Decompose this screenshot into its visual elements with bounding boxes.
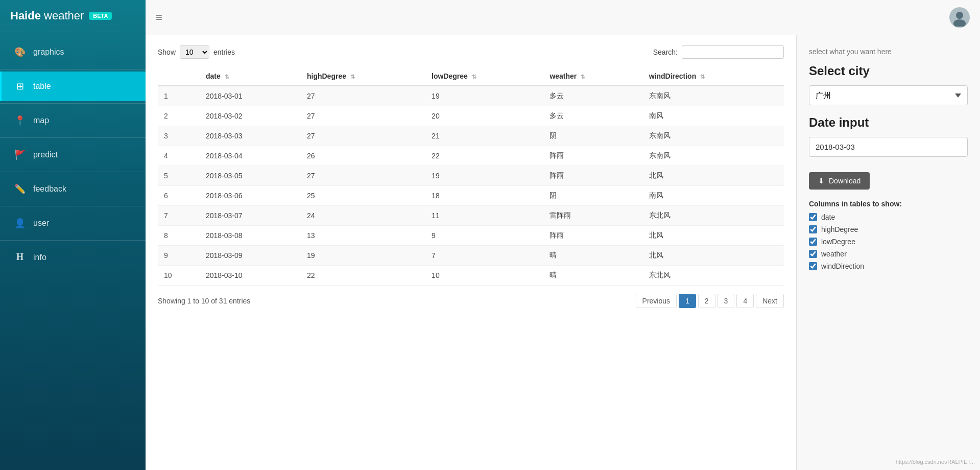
sidebar-item-map[interactable]: 📍 map — [0, 106, 146, 135]
info-icon: H — [14, 252, 26, 263]
date-input-section: Date input — [809, 115, 968, 164]
table-row: 3 2018-03-03 27 21 阴 东南风 — [158, 126, 784, 146]
col-header-windDirection[interactable]: windDirection ⇅ — [643, 67, 784, 86]
row-weather: 阵雨 — [543, 226, 642, 246]
app-title: Haide weather — [10, 9, 84, 22]
row-weather: 晴 — [543, 246, 642, 266]
row-highDegree: 27 — [301, 106, 425, 126]
row-lowDegree: 18 — [425, 186, 543, 206]
sidebar-item-user[interactable]: 👤 user — [0, 208, 146, 238]
row-date: 2018-03-06 — [200, 186, 301, 206]
sort-icon-highDegree: ⇅ — [350, 74, 355, 80]
user-avatar[interactable] — [949, 7, 970, 28]
table-row: 7 2018-03-07 24 11 雷阵雨 东北风 — [158, 206, 784, 226]
checkbox-highDegree-label: highDegree — [821, 225, 858, 233]
entries-label: entries — [213, 48, 235, 56]
prev-button[interactable]: Previous — [636, 294, 677, 308]
table-row: 9 2018-03-09 19 7 晴 北风 — [158, 246, 784, 266]
topbar: ≡ — [146, 0, 980, 35]
row-windDirection: 北风 — [643, 226, 784, 246]
city-select[interactable]: 广州 北京 上海 深圳 — [809, 85, 968, 105]
hamburger-icon[interactable]: ≡ — [156, 11, 162, 24]
sidebar-nav: 🎨 graphics ⊞ table 📍 map 🚩 predict ✏️ fe… — [0, 32, 146, 470]
row-highDegree: 27 — [301, 166, 425, 186]
entries-select[interactable]: 10 25 50 100 — [180, 45, 209, 59]
col-header-lowDegree[interactable]: lowDegree ⇅ — [425, 67, 543, 86]
col-header-date[interactable]: date ⇅ — [200, 67, 301, 86]
row-windDirection: 南风 — [643, 186, 784, 206]
row-num: 3 — [158, 126, 200, 146]
table-row: 6 2018-03-06 25 18 阴 南风 — [158, 186, 784, 206]
checkbox-lowDegree-label: lowDegree — [821, 238, 855, 246]
checkbox-lowDegree-input[interactable] — [809, 238, 817, 246]
row-highDegree: 13 — [301, 226, 425, 246]
search-label: Search: — [653, 48, 678, 56]
row-highDegree: 27 — [301, 126, 425, 146]
checkbox-weather: weather — [809, 250, 968, 258]
sidebar-item-info[interactable]: H info — [0, 243, 146, 272]
city-section: Select city 广州 北京 上海 深圳 — [809, 64, 968, 115]
row-weather: 阴 — [543, 126, 642, 146]
sort-icon-date: ⇅ — [225, 74, 229, 80]
table-section: Show 10 25 50 100 entries Search: — [146, 35, 796, 470]
row-highDegree: 22 — [301, 266, 425, 286]
row-date: 2018-03-02 — [200, 106, 301, 126]
row-weather: 阵雨 — [543, 146, 642, 166]
row-num: 9 — [158, 246, 200, 266]
table-row: 5 2018-03-05 27 19 阵雨 北风 — [158, 166, 784, 186]
page-4-button[interactable]: 4 — [736, 294, 754, 308]
table-row: 4 2018-03-04 26 22 阵雨 东南风 — [158, 146, 784, 166]
date-section-title: Date input — [809, 115, 968, 130]
row-lowDegree: 7 — [425, 246, 543, 266]
pagination-buttons: Previous 1 2 3 4 Next — [636, 294, 784, 308]
col-header-highDegree[interactable]: highDegree ⇅ — [301, 67, 425, 86]
page-1-button[interactable]: 1 — [679, 294, 696, 308]
row-windDirection: 南风 — [643, 106, 784, 126]
checkbox-windDirection-input[interactable] — [809, 262, 817, 270]
row-weather: 阴 — [543, 186, 642, 206]
sidebar-item-graphics[interactable]: 🎨 graphics — [0, 37, 146, 67]
checkbox-lowDegree: lowDegree — [809, 238, 968, 246]
row-weather: 阵雨 — [543, 166, 642, 186]
col-header-weather[interactable]: weather ⇅ — [543, 67, 642, 86]
page-3-button[interactable]: 3 — [718, 294, 735, 308]
row-date: 2018-03-05 — [200, 166, 301, 186]
checkbox-date-input[interactable] — [809, 213, 817, 221]
showing-text: Showing 1 to 10 of 31 entries — [158, 297, 250, 305]
row-weather: 多云 — [543, 106, 642, 126]
data-table: date ⇅ highDegree ⇅ lowDegree ⇅ weathe — [158, 67, 784, 286]
row-num: 2 — [158, 106, 200, 126]
search-input[interactable] — [682, 45, 784, 59]
next-button[interactable]: Next — [756, 294, 784, 308]
sidebar-item-label-info: info — [33, 253, 46, 262]
sidebar-item-predict[interactable]: 🚩 predict — [0, 140, 146, 170]
row-windDirection: 北风 — [643, 246, 784, 266]
row-date: 2018-03-07 — [200, 206, 301, 226]
sidebar-item-label-map: map — [33, 116, 49, 125]
predict-icon: 🚩 — [14, 149, 26, 160]
search-box: Search: — [653, 45, 784, 59]
svg-point-1 — [956, 12, 963, 19]
sidebar-item-table[interactable]: ⊞ table — [0, 72, 146, 101]
checkbox-weather-label: weather — [821, 250, 847, 258]
sidebar-item-label-predict: predict — [33, 150, 58, 159]
row-num: 4 — [158, 146, 200, 166]
table-row: 2 2018-03-02 27 20 多云 南风 — [158, 106, 784, 126]
row-lowDegree: 10 — [425, 266, 543, 286]
date-input[interactable] — [809, 137, 968, 157]
checkbox-highDegree-input[interactable] — [809, 225, 817, 233]
columns-title: Columns in tables to show: — [809, 200, 968, 208]
checkbox-weather-input[interactable] — [809, 250, 817, 258]
sidebar-item-feedback[interactable]: ✏️ feedback — [0, 174, 146, 204]
pagination-area: Showing 1 to 10 of 31 entries Previous 1… — [158, 294, 784, 308]
row-windDirection: 北风 — [643, 166, 784, 186]
brand-haide: Haide — [10, 9, 41, 22]
row-windDirection: 东南风 — [643, 126, 784, 146]
download-button[interactable]: ⬇ Download — [809, 172, 870, 190]
row-date: 2018-03-10 — [200, 266, 301, 286]
row-lowDegree: 11 — [425, 206, 543, 226]
page-2-button[interactable]: 2 — [698, 294, 715, 308]
row-lowDegree: 9 — [425, 226, 543, 246]
beta-badge: BETA — [89, 12, 112, 20]
checkbox-windDirection-label: windDirection — [821, 262, 864, 270]
